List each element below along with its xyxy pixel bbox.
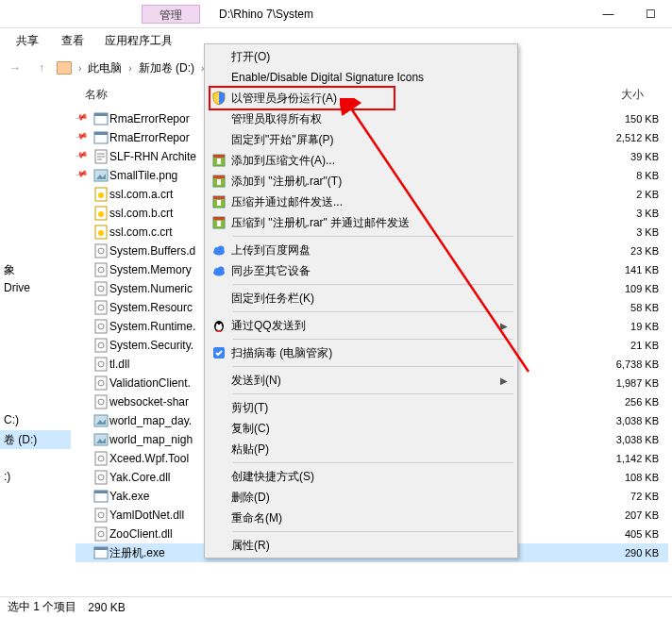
menu-item[interactable]: 通过QQ发送到▶ bbox=[207, 315, 515, 336]
pin-icon bbox=[76, 266, 92, 275]
svg-rect-48 bbox=[213, 155, 225, 158]
menu-item[interactable]: 扫描病毒 (电脑管家) bbox=[207, 342, 515, 363]
nav-item[interactable] bbox=[0, 298, 71, 317]
chevron-icon: › bbox=[78, 63, 81, 74]
nav-up-icon[interactable]: ↑ bbox=[30, 57, 53, 79]
menu-item[interactable]: 重命名(M) bbox=[207, 508, 515, 528]
menu-item[interactable]: 以管理员身份运行(A) bbox=[207, 88, 515, 108]
nav-item[interactable] bbox=[0, 147, 71, 166]
menu-separator bbox=[233, 236, 513, 237]
maximize-button[interactable]: ☐ bbox=[630, 0, 672, 28]
menu-item[interactable]: 固定到"开始"屏幕(P) bbox=[207, 129, 515, 150]
nav-item[interactable] bbox=[0, 336, 71, 355]
cert-icon bbox=[93, 187, 109, 202]
menu-separator bbox=[233, 339, 513, 340]
status-bar: 选中 1 个项目 290 KB bbox=[0, 596, 672, 617]
nav-item[interactable] bbox=[0, 166, 71, 185]
context-menu[interactable]: 打开(O)Enable/Disable Digital Signature Ic… bbox=[204, 43, 518, 559]
folder-icon bbox=[57, 61, 72, 75]
pin-icon bbox=[76, 247, 92, 256]
menu-label: 重命名(M) bbox=[231, 510, 500, 526]
menu-label: 通过QQ发送到 bbox=[231, 318, 500, 334]
img-icon bbox=[93, 413, 109, 428]
menu-item[interactable]: 粘贴(P) bbox=[207, 439, 515, 459]
nav-pane[interactable]: 象DriveC:)卷 (D:):) bbox=[0, 109, 71, 487]
svg-rect-21 bbox=[95, 320, 107, 333]
menu-separator bbox=[233, 393, 513, 394]
menu-separator bbox=[233, 366, 513, 367]
menu-label: 复制(C) bbox=[231, 421, 500, 437]
file-size: 290 KB bbox=[496, 547, 659, 559]
nav-item[interactable] bbox=[0, 242, 71, 260]
nav-item[interactable] bbox=[0, 128, 71, 147]
nav-forward-icon[interactable]: → bbox=[4, 57, 26, 79]
pin-icon: 📌 bbox=[76, 148, 93, 165]
menu-item[interactable]: 添加到 "注册机.rar"(T) bbox=[207, 171, 515, 192]
ribbon-tab-manage[interactable]: 管理 bbox=[142, 5, 200, 24]
crumb-thispc[interactable]: 此电脑 bbox=[88, 60, 122, 76]
dll-icon bbox=[93, 243, 109, 258]
menu-label: 以管理员身份运行(A) bbox=[231, 91, 500, 107]
menu-item[interactable]: Enable/Disable Digital Signature Icons bbox=[207, 67, 515, 88]
nav-item[interactable]: 卷 (D:) bbox=[0, 430, 71, 449]
nav-item[interactable] bbox=[0, 109, 71, 128]
menu-label: 扫描病毒 (电脑管家) bbox=[231, 345, 500, 361]
menu-item[interactable]: 上传到百度网盘 bbox=[207, 240, 515, 260]
menu-label: 剪切(T) bbox=[231, 400, 500, 416]
svg-rect-54 bbox=[213, 196, 225, 199]
menu-view[interactable]: 查看 bbox=[61, 33, 84, 49]
svg-point-61 bbox=[218, 246, 225, 253]
menu-share[interactable]: 共享 bbox=[16, 33, 39, 49]
nav-item[interactable]: C:) bbox=[0, 411, 71, 430]
nav-item[interactable]: 象 bbox=[0, 260, 71, 279]
img-icon bbox=[93, 168, 109, 183]
nav-item[interactable] bbox=[0, 449, 71, 468]
scan-icon bbox=[207, 345, 231, 360]
menu-item[interactable]: 添加到压缩文件(A)... bbox=[207, 150, 515, 171]
nav-item[interactable] bbox=[0, 355, 71, 374]
menu-item[interactable]: 固定到任务栏(K) bbox=[207, 288, 515, 308]
menu-item[interactable]: 打开(O) bbox=[207, 46, 515, 67]
column-size[interactable]: 大小 bbox=[540, 87, 672, 103]
pin-icon bbox=[76, 323, 92, 331]
nav-item[interactable] bbox=[0, 185, 71, 204]
menu-item[interactable]: 压缩到 "注册机.rar" 并通过邮件发送 bbox=[207, 212, 515, 233]
menu-label: 上传到百度网盘 bbox=[231, 242, 500, 258]
dll-icon bbox=[93, 300, 109, 315]
menu-item[interactable]: 压缩并通过邮件发送... bbox=[207, 192, 515, 212]
menu-item[interactable]: 复制(C) bbox=[207, 418, 515, 439]
svg-rect-23 bbox=[95, 339, 107, 352]
menu-label: 创建快捷方式(S) bbox=[231, 469, 500, 485]
nav-item[interactable]: Drive bbox=[0, 279, 71, 298]
nav-item[interactable] bbox=[0, 317, 71, 336]
nav-item[interactable] bbox=[0, 223, 71, 242]
nav-item[interactable] bbox=[0, 374, 71, 392]
pin-icon bbox=[76, 304, 92, 312]
menu-item[interactable]: 创建快捷方式(S) bbox=[207, 466, 515, 487]
nav-item[interactable] bbox=[0, 392, 71, 411]
menu-label: 固定到任务栏(K) bbox=[231, 291, 500, 307]
minimize-button[interactable]: — bbox=[587, 0, 630, 28]
rar-icon bbox=[207, 174, 231, 189]
qq-icon bbox=[207, 318, 231, 333]
menu-item[interactable]: 管理员取得所有权 bbox=[207, 108, 515, 129]
menu-item[interactable]: 剪切(T) bbox=[207, 397, 515, 418]
nav-item[interactable]: :) bbox=[0, 468, 71, 487]
pin-icon bbox=[76, 228, 92, 237]
pin-icon: 📌 bbox=[76, 167, 93, 184]
menu-item[interactable]: 同步至其它设备 bbox=[207, 260, 515, 281]
menu-item[interactable]: 删除(D) bbox=[207, 487, 515, 508]
app-icon bbox=[93, 545, 109, 560]
cert-icon bbox=[93, 225, 109, 240]
svg-point-66 bbox=[216, 325, 223, 330]
chevron-icon: › bbox=[128, 63, 131, 74]
menu-separator bbox=[233, 531, 513, 532]
nav-item[interactable] bbox=[0, 204, 71, 223]
svg-rect-58 bbox=[217, 221, 221, 226]
menu-item[interactable]: 属性(R) bbox=[207, 535, 515, 556]
img-icon bbox=[93, 432, 109, 447]
menu-item[interactable]: 发送到(N)▶ bbox=[207, 370, 515, 391]
cloud-icon bbox=[207, 242, 231, 258]
ribbon-sublabel[interactable]: 应用程序工具 bbox=[105, 33, 173, 49]
crumb-volume[interactable]: 新加卷 (D:) bbox=[139, 60, 194, 76]
